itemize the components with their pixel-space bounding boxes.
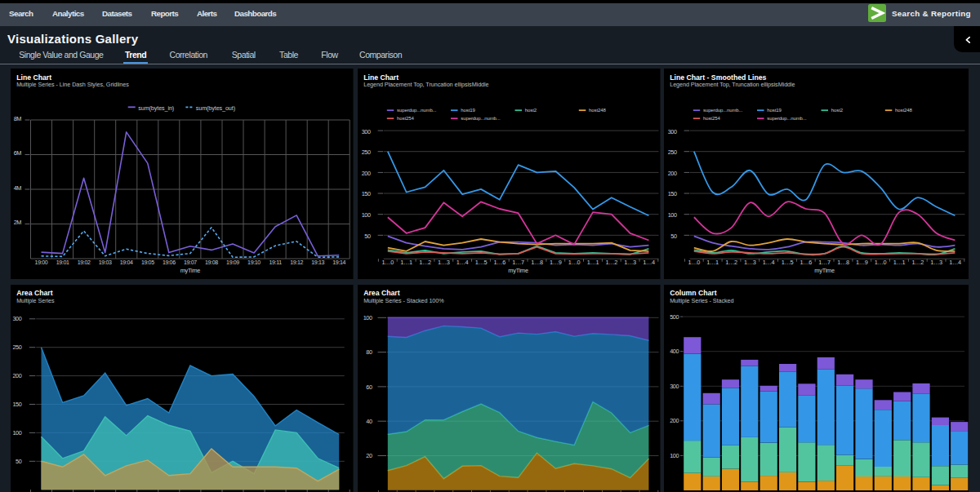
- svg-text:Line Chart: Line Chart: [16, 73, 51, 82]
- svg-text:1…4: 1…4: [763, 259, 775, 266]
- svg-text:400: 400: [670, 348, 679, 355]
- svg-text:19:08: 19:08: [205, 259, 218, 265]
- svg-text:80: 80: [366, 348, 372, 356]
- svg-text:19:02: 19:02: [78, 259, 91, 265]
- svg-text:host2: host2: [525, 108, 537, 113]
- svg-text:1…9: 1…9: [550, 259, 562, 266]
- svg-text:1…7: 1…7: [512, 259, 524, 266]
- svg-text:19:03: 19:03: [99, 259, 112, 265]
- svg-text:40: 40: [366, 418, 372, 425]
- svg-text:sum(bytes_out): sum(bytes_out): [196, 104, 235, 112]
- svg-text:host248: host248: [589, 108, 606, 113]
- svg-text:1…2: 1…2: [912, 259, 924, 266]
- svg-text:Area Chart: Area Chart: [16, 289, 53, 297]
- svg-text:19:11: 19:11: [269, 259, 282, 265]
- svg-text:300: 300: [668, 128, 677, 135]
- svg-text:250: 250: [12, 344, 21, 351]
- svg-text:19:05: 19:05: [141, 259, 154, 265]
- svg-text:1…0: 1…0: [382, 259, 394, 266]
- svg-text:200: 200: [668, 170, 677, 177]
- svg-text:1…5: 1…5: [782, 259, 794, 266]
- svg-text:4M: 4M: [14, 184, 22, 192]
- svg-text:1…7: 1…7: [818, 259, 831, 266]
- svg-text:1…0: 1…0: [688, 259, 701, 266]
- svg-text:Multiple Series: Multiple Series: [16, 297, 55, 304]
- svg-text:1…2: 1…2: [725, 259, 737, 266]
- svg-text:250: 250: [362, 148, 371, 156]
- svg-text:1…0: 1…0: [568, 259, 581, 266]
- svg-text:1…6: 1…6: [494, 259, 506, 266]
- svg-text:50: 50: [16, 458, 22, 465]
- svg-text:1…2: 1…2: [606, 259, 618, 266]
- svg-text:2M: 2M: [14, 219, 22, 226]
- svg-text:20: 20: [366, 452, 372, 459]
- svg-text:Legend Placement Top, Truncati: Legend Placement Top, Truncation ellipsi…: [363, 81, 488, 88]
- svg-text:superdup...numb...: superdup...numb...: [767, 116, 807, 121]
- svg-text:1…6: 1…6: [800, 259, 813, 266]
- svg-text:200: 200: [12, 372, 21, 379]
- svg-text:1…8: 1…8: [837, 259, 849, 266]
- svg-text:1…4: 1…4: [643, 259, 655, 266]
- svg-text:1…3: 1…3: [744, 259, 756, 266]
- svg-text:host19: host19: [461, 108, 475, 113]
- svg-text:1…1: 1…1: [400, 259, 412, 266]
- svg-text:1…1: 1…1: [587, 259, 599, 266]
- svg-text:1…2: 1…2: [419, 259, 431, 266]
- svg-text:Legend Placement Top, Truncati: Legend Placement Top, Truncation ellipsi…: [670, 81, 795, 88]
- svg-text:19:14: 19:14: [332, 259, 345, 265]
- svg-text:200: 200: [362, 170, 371, 177]
- svg-text:1…3: 1…3: [624, 259, 636, 266]
- svg-text:Multiple Series - Stacked 100%: Multiple Series - Stacked 100%: [363, 297, 444, 304]
- svg-text:200: 200: [670, 417, 679, 424]
- svg-text:1…3: 1…3: [438, 259, 450, 266]
- svg-text:300: 300: [12, 315, 21, 322]
- svg-text:1…9: 1…9: [856, 259, 868, 266]
- svg-text:sum(bytes_in): sum(bytes_in): [138, 104, 174, 112]
- svg-text:1…1: 1…1: [706, 259, 719, 266]
- svg-text:host254: host254: [703, 116, 720, 121]
- svg-text:100: 100: [12, 429, 21, 437]
- svg-text:19:12: 19:12: [290, 259, 303, 265]
- svg-text:1…4: 1…4: [457, 259, 469, 266]
- svg-text:250: 250: [668, 148, 677, 156]
- svg-text:6M: 6M: [14, 149, 22, 157]
- svg-text:150: 150: [362, 190, 371, 197]
- svg-text:1…0: 1…0: [875, 259, 887, 266]
- svg-text:superdup...numb...: superdup...numb...: [461, 116, 501, 121]
- svg-text:1…8: 1…8: [531, 259, 543, 266]
- svg-text:19:10: 19:10: [247, 259, 261, 265]
- svg-text:myTime: myTime: [180, 267, 201, 274]
- svg-text:300: 300: [670, 383, 679, 390]
- svg-text:1…4: 1…4: [949, 259, 961, 266]
- svg-text:Area Chart: Area Chart: [363, 289, 400, 297]
- svg-text:19:07: 19:07: [184, 259, 197, 265]
- svg-text:host2: host2: [831, 108, 844, 113]
- svg-text:19:13: 19:13: [311, 259, 324, 265]
- svg-text:100: 100: [668, 211, 677, 219]
- svg-text:host248: host248: [895, 108, 912, 113]
- svg-text:host254: host254: [397, 116, 414, 121]
- svg-text:1…5: 1…5: [475, 259, 488, 266]
- svg-text:19:06: 19:06: [163, 259, 176, 265]
- svg-text:300: 300: [362, 128, 371, 135]
- svg-text:50: 50: [670, 233, 677, 240]
- svg-text:1…1: 1…1: [893, 259, 906, 266]
- svg-text:50: 50: [364, 233, 371, 240]
- svg-text:superdup...numb...: superdup...numb...: [397, 108, 437, 113]
- svg-text:19:01: 19:01: [56, 259, 69, 265]
- svg-text:Column Chart: Column Chart: [670, 289, 717, 297]
- svg-text:Multiple Series - Stacked: Multiple Series - Stacked: [670, 297, 733, 304]
- svg-text:Multiple Series - Line Dash St: Multiple Series - Line Dash Styles, Grid…: [16, 81, 129, 88]
- svg-text:100: 100: [670, 452, 679, 459]
- svg-text:100: 100: [362, 211, 371, 219]
- svg-text:Line Chart - Smoothed Lines: Line Chart - Smoothed Lines: [670, 73, 766, 82]
- svg-text:19:04: 19:04: [120, 259, 133, 265]
- svg-text:superdup...numb...: superdup...numb...: [703, 108, 743, 113]
- svg-text:host19: host19: [767, 108, 782, 113]
- svg-text:100: 100: [363, 314, 372, 321]
- svg-text:myTime: myTime: [508, 267, 528, 274]
- svg-text:19:00: 19:00: [35, 259, 48, 265]
- svg-text:19:09: 19:09: [226, 259, 239, 265]
- svg-text:60: 60: [366, 383, 372, 391]
- svg-text:8M: 8M: [14, 115, 22, 122]
